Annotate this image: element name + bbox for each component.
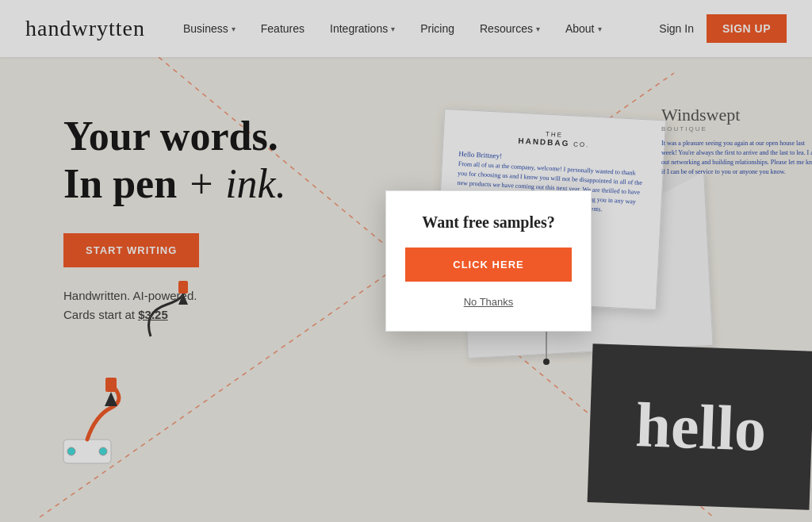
popup-title: Want free samples?	[405, 213, 572, 232]
popup-overlay[interactable]: Want free samples? CLICK HERE No Thanks	[0, 0, 812, 522]
no-thanks-button[interactable]: No Thanks	[464, 296, 514, 308]
click-here-button[interactable]: CLICK HERE	[405, 248, 572, 282]
free-samples-popup: Want free samples? CLICK HERE No Thanks	[385, 190, 592, 332]
